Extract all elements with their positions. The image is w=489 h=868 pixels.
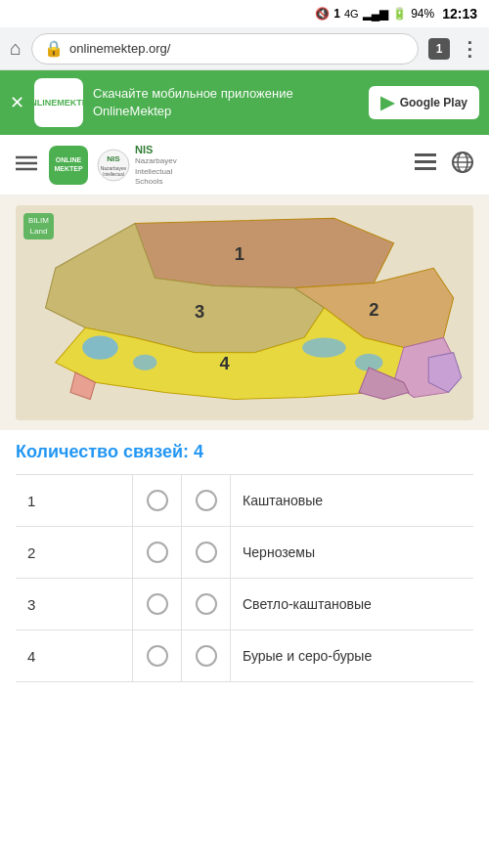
svg-text:NIS: NIS xyxy=(107,154,120,163)
radio-right-4[interactable] xyxy=(182,630,231,681)
nav-bar: ONLINEMEKTEP NIS Nazarbayev Intellectual… xyxy=(0,135,489,195)
radio-circle-left-3[interactable] xyxy=(147,593,168,615)
radio-left-2[interactable] xyxy=(133,527,182,578)
radio-circle-left-4[interactable] xyxy=(147,645,168,667)
svg-rect-9 xyxy=(415,167,436,170)
signal-bars-icon: ▂▄▆ xyxy=(363,7,389,21)
battery-percent: 94% xyxy=(411,7,434,21)
svg-rect-8 xyxy=(415,160,436,163)
play-triangle-icon: ▶ xyxy=(380,92,394,113)
match-row: 4 Бурые и серо-бурые xyxy=(16,630,473,682)
watermark: BILIM Land xyxy=(23,213,54,239)
more-options-button[interactable]: ⋮ xyxy=(460,37,479,61)
radio-left-4[interactable] xyxy=(133,630,182,681)
map-svg: 1 2 3 4 xyxy=(16,205,473,420)
ad-logo: ONLINE MEKTEP xyxy=(34,78,83,127)
time-display: 12:13 xyxy=(442,6,477,22)
radio-circle-left-2[interactable] xyxy=(147,542,168,563)
ad-close-button[interactable]: ✕ xyxy=(10,92,24,113)
lock-icon: 🔒 xyxy=(44,39,64,58)
radio-right-2[interactable] xyxy=(182,527,231,578)
tab-count-badge[interactable]: 1 xyxy=(428,38,450,60)
left-item-2: 2 xyxy=(16,527,133,578)
url-bar[interactable]: 🔒 onlinemektep.org/ xyxy=(31,33,419,65)
right-label-3: Светло-каштановые xyxy=(231,579,473,629)
list-view-button[interactable] xyxy=(415,153,436,176)
battery-icon: 🔋 xyxy=(392,7,407,21)
ad-banner: ✕ ONLINE MEKTEP Скачайте мобильное прило… xyxy=(0,70,489,135)
match-row: 3 Светло-каштановые xyxy=(16,579,473,630)
radio-left-3[interactable] xyxy=(133,579,182,629)
browser-bar: ⌂ 🔒 onlinemektep.org/ 1 ⋮ xyxy=(0,27,489,70)
nav-right-icons xyxy=(415,152,473,178)
svg-point-16 xyxy=(82,336,118,360)
right-label-1: Каштановые xyxy=(231,475,473,526)
map-container: BILIM Land xyxy=(0,195,489,430)
region-1-label: 1 xyxy=(235,244,244,265)
radio-circle-right-4[interactable] xyxy=(196,645,217,667)
radio-right-3[interactable] xyxy=(182,579,231,629)
nav-logos: ONLINEMEKTEP NIS Nazarbayev Intellectual… xyxy=(49,143,403,187)
map-wrapper: BILIM Land xyxy=(16,205,473,420)
network-type: 4G xyxy=(344,8,359,20)
menu-button[interactable] xyxy=(16,153,37,176)
url-text: onlinemektep.org/ xyxy=(69,41,406,56)
svg-point-18 xyxy=(302,338,346,358)
region-3-label: 3 xyxy=(195,302,204,323)
mute-icon: 🔇 xyxy=(315,7,330,21)
region-4-label: 4 xyxy=(220,353,231,373)
radio-circle-right-3[interactable] xyxy=(196,593,217,615)
svg-rect-7 xyxy=(415,153,436,156)
radio-circle-left-1[interactable] xyxy=(147,490,168,511)
question-area: Количество связей: 4 1 Каштановые 2 Черн… xyxy=(0,430,489,694)
home-button[interactable]: ⌂ xyxy=(10,37,22,60)
match-row: 2 Черноземы xyxy=(16,527,473,579)
right-label-2: Черноземы xyxy=(231,527,473,578)
online-mektep-logo: ONLINEMEKTEP xyxy=(49,146,88,185)
match-table: 1 Каштановые 2 Черноземы 3 xyxy=(16,474,473,682)
svg-text:Nazarbayev: Nazarbayev xyxy=(101,165,127,171)
radio-circle-right-1[interactable] xyxy=(196,490,217,511)
status-bar: 🔇 1 4G ▂▄▆ 🔋 94% 12:13 xyxy=(0,0,489,27)
svg-point-17 xyxy=(133,355,156,370)
signal-number: 1 xyxy=(333,7,340,21)
radio-right-1[interactable] xyxy=(182,475,231,526)
nis-logo: NIS Nazarbayev Intellectual NIS Nazarbay… xyxy=(96,143,177,187)
left-item-3: 3 xyxy=(16,579,133,629)
question-count-label: Количество связей: 4 xyxy=(16,442,473,462)
ad-text: Скачайте мобильное приложение OnlineMekt… xyxy=(93,85,359,120)
radio-left-1[interactable] xyxy=(133,475,182,526)
status-icons: 🔇 1 4G ▂▄▆ 🔋 94% 12:13 xyxy=(315,6,477,22)
region-2-label: 2 xyxy=(369,300,378,321)
match-row: 1 Каштановые xyxy=(16,474,473,527)
left-item-1: 1 xyxy=(16,475,133,526)
google-play-button[interactable]: ▶ Google Play xyxy=(369,86,479,119)
left-item-4: 4 xyxy=(16,630,133,681)
radio-circle-right-2[interactable] xyxy=(196,542,217,563)
globe-button[interactable] xyxy=(452,152,473,178)
right-label-4: Бурые и серо-бурые xyxy=(231,630,473,681)
google-play-label: Google Play xyxy=(400,96,467,109)
svg-text:Intellectual: Intellectual xyxy=(103,172,124,177)
